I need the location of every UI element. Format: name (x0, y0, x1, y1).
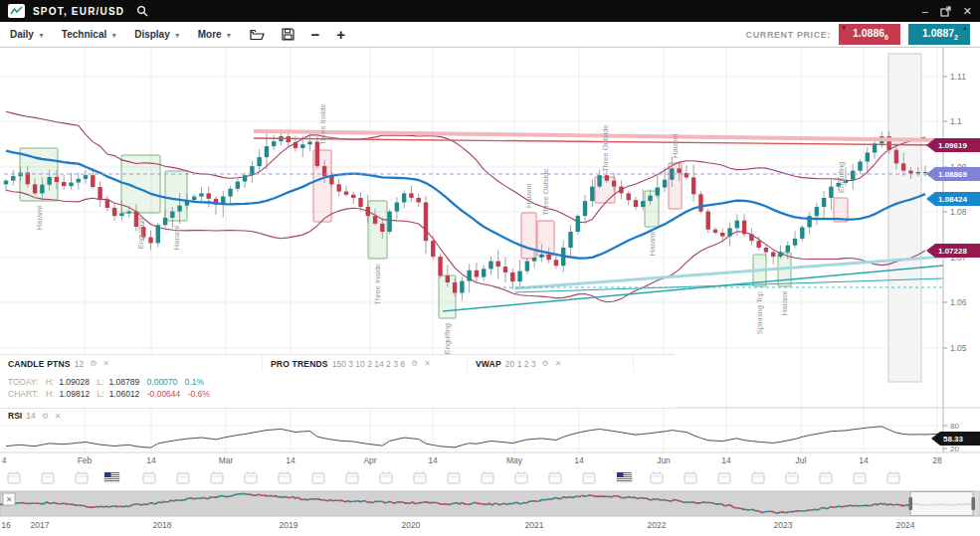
economic-event-icon[interactable] (482, 472, 493, 484)
toolbar: Daily▼ Technical▼ Display▼ More▼ − + CUR… (0, 22, 980, 48)
current-price-label: CURRENT PRICE: (746, 30, 831, 40)
economic-event-icon[interactable] (685, 472, 696, 484)
navigator-year-label: 2020 (402, 520, 421, 530)
zoom-in-button[interactable]: + (336, 30, 345, 40)
navigator-selection[interactable] (910, 492, 973, 516)
rsi-indicator-label[interactable]: RSI 14 ⚙ ✕ (8, 411, 62, 421)
open-folder-icon[interactable] (250, 29, 265, 41)
menu-technical[interactable]: Technical▼ (62, 29, 117, 40)
us-flag-icon[interactable] (617, 472, 632, 482)
chevron-down-icon: ▼ (38, 32, 45, 39)
economic-event-icon[interactable] (549, 472, 561, 484)
bid-price-badge: ▼1.08866 (839, 24, 900, 44)
menu-display[interactable]: Display▼ (134, 29, 181, 40)
popout-button[interactable] (940, 6, 951, 17)
pattern-label: Engulfing (136, 218, 145, 249)
pattern-label: Engulfing (443, 323, 452, 354)
pattern-label: Three Inside (373, 264, 382, 305)
menu-timeframe[interactable]: Daily▼ (10, 29, 45, 40)
gear-icon[interactable]: ⚙ (411, 359, 418, 368)
x-axis-tick-label: 14 (286, 455, 295, 465)
menu-more[interactable]: More▼ (198, 29, 233, 40)
minimize-button[interactable]: – (922, 6, 928, 16)
y-axis-tick-label: 1.08 (950, 207, 967, 217)
economic-event-icon[interactable] (515, 472, 527, 484)
y-axis-tick-label: 1.05 (950, 343, 967, 353)
y-axis-tick-label: 1.1 (950, 116, 962, 126)
economic-event-icon[interactable] (8, 472, 20, 484)
x-axis-tick-label: 14 (721, 455, 731, 465)
economic-event-icon[interactable] (887, 472, 899, 484)
navigator-year-label: 16 (1, 520, 11, 530)
price-badge-text: 1.09619 (938, 141, 967, 150)
navigator-year-label: 2023 (774, 520, 793, 530)
economic-event-icon[interactable] (312, 472, 324, 484)
economic-event-icon[interactable] (820, 472, 832, 484)
x-axis-tick-label: 14 (146, 455, 156, 465)
instrument-title: SPOT, EUR/USD (33, 6, 124, 17)
x-axis-tick-label: 14 (859, 455, 869, 465)
stats-today-row: TODAY: H:1.09028 L:1.08789 0.00070 0.1% (8, 376, 667, 388)
economic-event-icon[interactable] (651, 472, 663, 484)
gear-icon[interactable]: ⚙ (90, 359, 97, 368)
search-icon[interactable] (136, 5, 148, 17)
pattern-label: Three Outside (601, 124, 610, 172)
navigator-handle[interactable] (972, 497, 976, 510)
economic-event-icon[interactable] (752, 472, 764, 484)
chart-canvas[interactable]: HaramiEngulfingHaramiThree InsideThree I… (0, 0, 980, 536)
economic-event-icon[interactable] (380, 472, 392, 484)
gear-icon[interactable]: ⚙ (42, 412, 49, 421)
y-axis-tick-label: 1.11 (950, 72, 966, 82)
gear-icon[interactable]: ⚙ (542, 359, 549, 368)
zoom-out-button[interactable]: − (311, 30, 320, 40)
pattern-label: Engulfing (837, 162, 846, 193)
rsi-tick-label: 80 (950, 422, 959, 431)
economic-event-icon[interactable] (414, 472, 426, 484)
pattern-label: Harami (35, 206, 44, 231)
close-button[interactable]: ✕ (963, 6, 972, 16)
x-axis-tick-label: 4 (2, 455, 7, 465)
app-logo-icon (8, 4, 25, 18)
economic-event-icon[interactable] (143, 472, 155, 484)
close-icon[interactable]: ✕ (55, 412, 62, 421)
chevron-down-icon: ▼ (110, 32, 117, 39)
close-icon[interactable]: ✕ (102, 359, 109, 368)
economic-event-icon[interactable] (786, 472, 798, 484)
legend-vwap[interactable]: VWAP 20 1 2 3 ⚙ ✕ (468, 355, 634, 372)
legend-pro-trends[interactable]: PRO TRENDS 150 3 10 2 14 2 3 8 ⚙ ✕ (263, 355, 468, 372)
title-bar: SPOT, EUR/USD – ✕ (0, 0, 980, 22)
pattern-box-harami[interactable] (165, 171, 187, 221)
x-axis-tick-label: Feb (78, 455, 93, 465)
svg-text:✕: ✕ (6, 495, 13, 504)
close-icon[interactable]: ✕ (424, 359, 431, 368)
us-flag-icon[interactable] (104, 472, 119, 482)
economic-event-icon[interactable] (279, 472, 291, 484)
indicator-legend: CANDLE PTNS 12 ⚙ ✕ PRO TRENDS 150 3 10 2… (0, 354, 675, 409)
pattern-label: Three Outside (541, 168, 550, 216)
economic-event-icon[interactable] (177, 472, 189, 484)
navigator-handle[interactable] (909, 497, 913, 510)
close-icon[interactable]: ✕ (555, 359, 562, 368)
legend-candle-patterns[interactable]: CANDLE PTNS 12 ⚙ ✕ (0, 355, 263, 372)
economic-event-icon[interactable] (245, 472, 257, 484)
economic-event-icon[interactable] (718, 472, 730, 484)
tick-down-icon: ▼ (841, 25, 847, 31)
economic-event-icon[interactable] (211, 472, 223, 484)
navigator-close-button[interactable]: ✕ (3, 493, 15, 505)
x-axis-tick-label: 14 (428, 455, 438, 465)
economic-event-icon[interactable] (76, 472, 88, 484)
economic-event-icon[interactable] (42, 472, 54, 484)
x-axis-tick-label: 28 (932, 455, 942, 465)
economic-event-icon[interactable] (346, 472, 358, 484)
economic-event-icon[interactable] (583, 472, 595, 484)
tick-up-icon: ▲ (962, 25, 968, 31)
price-badge-text: 58.33 (943, 435, 964, 444)
pattern-label: Harami (671, 133, 680, 158)
save-icon[interactable] (282, 28, 294, 41)
price-badge-text: 1.07228 (938, 247, 967, 256)
x-axis-tick-label: Apr (363, 455, 376, 465)
economic-event-icon[interactable] (854, 472, 866, 484)
x-axis-tick-label: Jun (657, 455, 671, 465)
x-axis-tick-label: Jul (796, 455, 807, 465)
economic-event-icon[interactable] (448, 472, 460, 484)
